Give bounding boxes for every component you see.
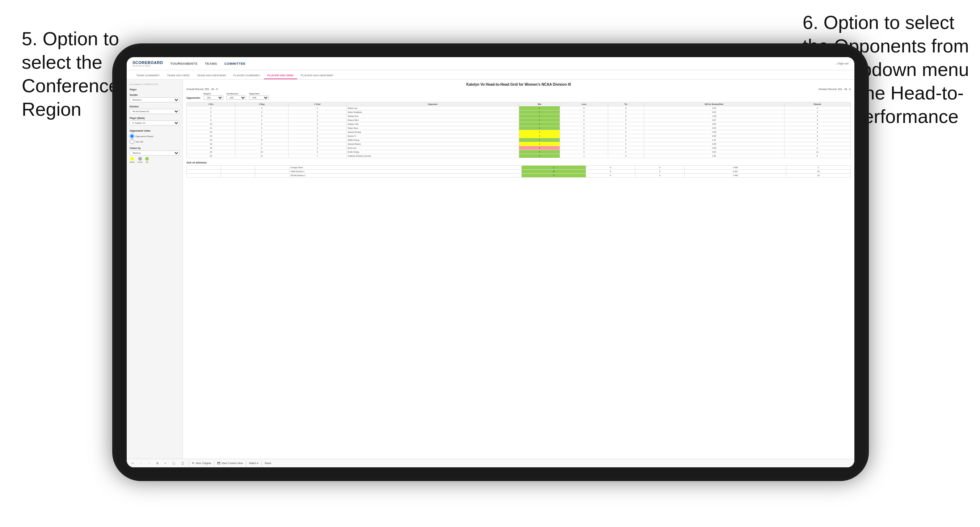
cell-diff: -0.94 (644, 142, 784, 146)
share-button[interactable]: Share (265, 462, 272, 464)
cell-div: 10 (187, 122, 235, 126)
table-row: 18 2 2 Euna Lee 0 3 0 -5.00 2 (187, 146, 851, 150)
legend-dot-down (130, 157, 134, 160)
radio-top-100[interactable]: Top 100 (130, 139, 180, 144)
powered-by-text: Powered by clippd (132, 65, 163, 67)
save-custom-view-button[interactable]: 💾 Save Custom View (217, 462, 243, 465)
cut-button[interactable]: ✂ (163, 461, 168, 465)
cell-div: 20 (187, 154, 235, 158)
grid-button[interactable]: ⊞ (155, 461, 160, 465)
cell-rounds: 9 (784, 134, 850, 138)
watch-label: Watch ▾ (249, 462, 258, 465)
subnav-team-h2h-heatmap[interactable]: TEAM H2H HEATMAP (193, 72, 230, 79)
cell-conf: 7 (288, 154, 347, 158)
colour-by-select[interactable]: Win/loss (130, 151, 180, 156)
region-select[interactable]: (All) (204, 95, 223, 100)
cell-diff: -3.00 (644, 130, 784, 134)
cell-conf: 2 (288, 110, 347, 114)
timer-button[interactable]: ⌚ (180, 461, 186, 465)
gender-select[interactable]: Women's (130, 97, 180, 102)
logo-text: SCOREBOARD (132, 60, 163, 65)
cell-conf: 1 (288, 130, 347, 134)
table-row: 6 3 3 Sydney Kuo 1 0 0 -1.00 3 (187, 114, 851, 118)
player-label: Player (130, 88, 180, 91)
subnav-team-summary[interactable]: TEAM SUMMARY (132, 72, 163, 79)
cell-div: 6 (187, 114, 235, 118)
cell-diff: 0.38 (644, 134, 784, 138)
cell-tie: 0 (608, 106, 644, 110)
overall-record: Overall Record: 353 - 34 - 6 (186, 88, 218, 90)
cell-rounds: 11 (784, 150, 850, 154)
main-content: Last Updated: 27/03/2024 04:04 Player Ge… (127, 79, 854, 459)
circle-button[interactable]: ◯ (171, 461, 177, 465)
data-content-area: Katelyn Vo Head-to-Head Grid for Women's… (183, 79, 854, 459)
col-diff: Diff Av Strokes/Rnd (644, 102, 784, 106)
cell-opponent: NCAA Division 2 (290, 174, 522, 178)
cell-win: 2 (519, 154, 560, 158)
col-reg: # Reg (235, 102, 288, 106)
cell-loss: 0 (586, 174, 635, 178)
app-logo: SCOREBOARD Powered by clippd (132, 60, 163, 67)
cell-conf: 5 (288, 138, 347, 142)
player-rank-label: Player (Rank) (130, 117, 180, 119)
cell-reg: 11 (235, 154, 288, 158)
cell-diff: -5.00 (644, 146, 784, 150)
cell-div: 5 (187, 110, 235, 114)
cell-diff: 4.00 (644, 122, 784, 126)
cell-rounds: 4 (784, 138, 850, 142)
undo-button[interactable]: ↩ (130, 461, 135, 465)
save-label: Save Custom View (221, 462, 243, 464)
cell-conf: 1 (288, 106, 347, 110)
cell-diff: 9.267 (684, 170, 786, 174)
toolbar-divider-3 (246, 461, 246, 466)
cell-tie: 0 (608, 150, 644, 154)
cell-reg: 2 (235, 126, 288, 130)
subnav-player-summary[interactable]: PLAYER SUMMARY (230, 72, 264, 79)
sign-out-button[interactable]: | Sign out (836, 62, 849, 65)
cell-diff: 1.50 (644, 106, 784, 110)
nav-tournaments[interactable]: TOURNAMENTS (170, 60, 197, 67)
opponent-select[interactable]: (All) (249, 95, 269, 100)
division-select[interactable]: NCAA Division III (130, 109, 180, 114)
view-original-button[interactable]: 👁 View: Original (192, 462, 211, 464)
legend: Down Level Up (130, 157, 180, 163)
opponent-label: Opponent (249, 93, 269, 95)
cell-conf: 6 (288, 150, 347, 154)
watch-button[interactable]: Watch ▾ (249, 462, 258, 465)
tablet-device: SCOREBOARD Powered by clippd TOURNAMENTS… (112, 43, 869, 481)
sub-navigation: TEAM SUMMARY TEAM H2H GRID TEAM H2H HEAT… (127, 70, 854, 79)
player-rank-select[interactable]: 8. Katelyn Vo (130, 121, 180, 125)
cell-opponent: Sharon Mun (347, 118, 519, 122)
cell-rounds: 2 (784, 130, 850, 134)
subnav-player-h2h-grid[interactable]: PLAYER H2H GRID (264, 72, 297, 79)
cell-loss: 0 (560, 110, 608, 114)
cell-opponent: Federica Domecq Lacroze (347, 154, 519, 158)
cell-conf (255, 166, 290, 170)
last-updated: Last Updated: 27/03/2024 04:04 (130, 83, 180, 85)
cell-rounds: 2 (786, 166, 851, 170)
back-button[interactable]: ← (138, 461, 144, 465)
cell-tie: 0 (608, 130, 644, 134)
cell-loss: 1 (560, 130, 608, 134)
cell-win: 0 (519, 146, 560, 150)
forward-button[interactable]: → (146, 461, 152, 465)
cell-diff: 0.30 (644, 150, 784, 154)
subnav-player-h2h-heatmap[interactable]: PLAYER H2H HEATMAP (297, 72, 337, 79)
nav-committee[interactable]: COMMITTEE (224, 60, 246, 67)
legend-level: Level (138, 157, 142, 163)
cell-div: 19 (187, 150, 235, 154)
cell-div (187, 170, 221, 174)
col-tie: Tie (608, 102, 644, 106)
cell-loss: 0 (560, 122, 608, 126)
cell-rounds: 6 (784, 154, 850, 158)
cell-tie: 0 (608, 122, 644, 126)
radio-opponents-played[interactable]: Opponents Played (130, 134, 180, 138)
cell-reg: 3 (235, 106, 288, 110)
conference-select[interactable]: (All) (226, 95, 246, 100)
cell-win: 15 (522, 170, 586, 174)
out-of-division-row: Foreign Team 1 0 0 4.500 2 (187, 166, 851, 170)
subnav-team-h2h-grid[interactable]: TEAM H2H GRID (163, 72, 193, 79)
bottom-toolbar: ↩ ← → ⊞ ✂ ◯ ⌚ 👁 View: Original 💾 Save Cu… (127, 459, 854, 467)
nav-teams[interactable]: TEAMS (205, 60, 217, 67)
cell-conf: 5 (288, 126, 347, 130)
